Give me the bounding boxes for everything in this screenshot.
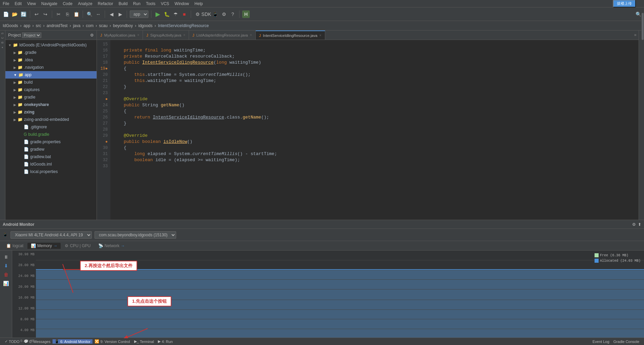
gradle-btn[interactable]: ⚙ [194, 10, 201, 18]
tree-item-zxing[interactable]: ▶ 📁 zxing [5, 108, 97, 116]
code-editor[interactable]: 15 16 17 18 19● 20 21 22 23 ● 24 25 26 2… [97, 40, 639, 220]
tab-intentservice[interactable]: J IntentServiceIdlingResource.java × [256, 30, 325, 40]
tree-item-onekeyshare[interactable]: ▶ 📁 onekeyshare [5, 101, 97, 108]
menu-file[interactable]: File [3, 1, 9, 6]
tree-item-app[interactable]: ▼ 📁 app [5, 71, 97, 79]
menu-view[interactable]: View [27, 1, 36, 6]
bc-java[interactable]: java [73, 23, 80, 28]
bc-intentservice[interactable]: IntentServiceIdlingResource [158, 23, 209, 28]
bottom-tab-cpu[interactable]: ⚙ CPU | GPU [61, 243, 94, 249]
bc-src[interactable]: src [36, 23, 41, 28]
search-btn[interactable]: 🔍 [86, 10, 93, 18]
debug-btn[interactable]: 🐛 [163, 10, 170, 18]
menu-tools[interactable]: Tools [146, 1, 155, 6]
bc-com[interactable]: com [86, 23, 94, 28]
code-content[interactable]: private final long waitingTime; private … [110, 40, 639, 220]
status-gradle-console[interactable]: Gradle Console [611, 340, 641, 344]
tab-intentservice-close[interactable]: × [319, 34, 321, 37]
run-btn[interactable]: ▶ [154, 10, 162, 18]
tree-item-navigation[interactable]: ▶ 📁 .navigation [5, 64, 97, 71]
open-btn[interactable]: 📂 [11, 10, 18, 18]
project-view-dropdown[interactable]: Project [22, 33, 41, 38]
status-event-log[interactable]: Event Log [590, 340, 611, 344]
menu-run[interactable]: Run [133, 1, 141, 6]
paste-btn[interactable]: 📋 [72, 10, 80, 18]
favorites-icon[interactable]: ★ [1, 46, 4, 49]
menu-vcs[interactable]: VCS [161, 1, 169, 6]
menu-navigate[interactable]: Navigate [41, 1, 57, 6]
redo-btn[interactable]: ↪ [42, 10, 49, 18]
sync-btn[interactable]: 🔄 [20, 10, 27, 18]
tree-item-gradle[interactable]: ▶ 📁 .gradle [5, 49, 97, 56]
global-search-btn[interactable]: 🔍 [635, 10, 642, 18]
tree-item-build-gradle[interactable]: G build.gradle [5, 131, 97, 138]
tree-item-idea[interactable]: ▶ 📁 .idea [5, 56, 97, 64]
pause-btn[interactable]: ⏸ [2, 253, 10, 261]
undo-btn[interactable]: ↩ [33, 10, 40, 18]
tab-signupactivity[interactable]: J SignupActivity.java × [143, 30, 189, 40]
build-variants-icon[interactable]: B [1, 42, 4, 43]
tree-item-zxing-embedded[interactable]: ▶ 📁 zxing-android-embedded [5, 116, 97, 123]
monitor-expand-icon[interactable]: ⬆ [638, 222, 641, 227]
bc-idgoods[interactable]: IdGoods [3, 23, 18, 28]
tree-item-gradle-props[interactable]: 📄 gradle.properties [5, 138, 97, 146]
structure-icon[interactable]: S [1, 33, 4, 34]
bc-androidtest[interactable]: androidTest [46, 23, 67, 28]
monitor-settings-icon[interactable]: ⚙ [632, 222, 636, 227]
tree-item-gitignore[interactable]: 📄 .gitignore [5, 123, 97, 131]
tree-item-iml[interactable]: 📄 IdGoods.iml [5, 160, 97, 168]
settings-btn[interactable]: ⚙ [220, 10, 228, 18]
menu-refactor[interactable]: Refactor [98, 1, 113, 6]
captures-icon[interactable]: C [1, 37, 4, 39]
tab-myapplication[interactable]: J MyApplication.java × [97, 30, 143, 40]
help-btn[interactable]: ? [229, 10, 236, 18]
tab-more[interactable]: » [632, 30, 639, 40]
cut-btn[interactable]: ✂ [55, 10, 62, 18]
gc-btn[interactable]: 🗑 [2, 271, 10, 278]
menu-analyze[interactable]: Analyze [78, 1, 92, 6]
tab-signup-close[interactable]: × [183, 33, 185, 37]
bc-idgoods2[interactable]: idgoods [138, 23, 152, 28]
bottom-tab-logcat[interactable]: 📋 logcat [3, 243, 27, 249]
menu-build[interactable]: Build [119, 1, 128, 6]
new-file-btn[interactable]: 📄 [2, 10, 9, 18]
menu-window[interactable]: Window [174, 1, 189, 6]
menu-edit[interactable]: Edit [15, 1, 22, 6]
status-terminal[interactable]: ▶_ Terminal [132, 339, 156, 344]
back-btn[interactable]: ◀ [108, 10, 115, 18]
dump-heap-btn[interactable]: ⬇ [2, 262, 10, 269]
tree-item-local-props[interactable]: 📄 local.properties [5, 168, 97, 175]
forward-btn[interactable]: ▶ [117, 10, 124, 18]
replace-btn[interactable]: ↔ [95, 10, 102, 18]
coverage-btn[interactable]: ☂ [172, 10, 179, 18]
bc-app[interactable]: app [23, 23, 30, 28]
tree-item-gradlew-bat[interactable]: 📄 gradlew.bat [5, 153, 97, 160]
tree-item-gradle-dir[interactable]: ▶ 📁 gradle [5, 93, 97, 101]
package-dropdown[interactable]: com.scau.beyondboy.idgoods (15130) [95, 231, 176, 239]
tab-myapp-close[interactable]: × [137, 33, 139, 37]
sdk-btn[interactable]: SDK [203, 10, 210, 18]
status-version-control[interactable]: 🔀 9: Version Control [92, 339, 132, 344]
tree-item-gradlew[interactable]: 📄 gradlew [5, 146, 97, 153]
bc-scau[interactable]: scau [99, 23, 107, 28]
tree-item-build[interactable]: ▶ 📁 build [5, 79, 97, 86]
tab-listadapter-close[interactable]: × [250, 33, 252, 37]
stop-btn[interactable]: ■ [181, 10, 188, 18]
hprof-analyze-btn[interactable]: 📊 [2, 280, 10, 287]
bottom-tab-network[interactable]: 📡 Network → [95, 243, 128, 249]
bc-beyondboy[interactable]: beyondboy [113, 23, 133, 28]
project-gear-icon[interactable]: ⚙ [90, 33, 94, 38]
tree-root[interactable]: ▼ 📁 IdGoods (E:\AndroidProject\IdGoods) [5, 41, 97, 49]
hprof-btn[interactable]: H [242, 10, 250, 18]
status-run[interactable]: ▶ 4: Run [156, 339, 174, 344]
copy-btn[interactable]: ⎘ [64, 10, 71, 18]
app-dropdown[interactable]: app [130, 10, 148, 18]
bottom-tab-memory[interactable]: 📊 Memory → [27, 243, 61, 249]
menu-help[interactable]: Help [194, 1, 203, 6]
tree-item-captures[interactable]: ▶ 📁 captures [5, 86, 97, 93]
device-dropdown[interactable]: Xiaomi MI 4LTE Android 4.4.4, API 19 [11, 231, 92, 239]
tab-listadapter[interactable]: J ListAdapterIdlingResource.java × [189, 30, 256, 40]
status-android-monitor[interactable]: 📱 6: Android Monitor [53, 339, 92, 344]
menu-code[interactable]: Code [63, 1, 72, 6]
avd-btn[interactable]: 📱 [211, 10, 219, 18]
